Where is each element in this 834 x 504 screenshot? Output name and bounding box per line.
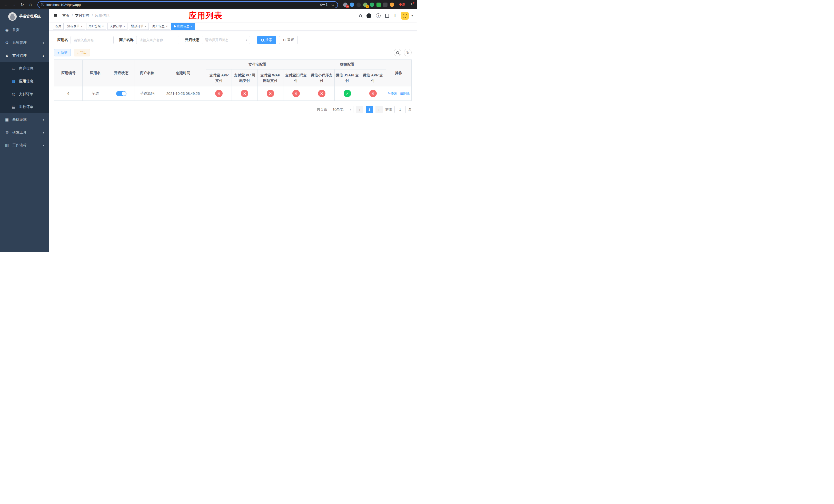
status-toggle[interactable] bbox=[116, 91, 127, 96]
gear-icon: ⚙ bbox=[5, 41, 9, 45]
page-size-select[interactable]: 10条/页 ▾ bbox=[330, 106, 353, 113]
delete-link[interactable]: ⊟删除 bbox=[400, 92, 410, 95]
extension-icon[interactable] bbox=[370, 3, 374, 7]
sidebar-item-dev-tools[interactable]: ⚒ 研发工具 ▾ bbox=[0, 126, 49, 139]
tab-process-form[interactable]: 流程表单 × bbox=[65, 23, 85, 30]
sidebar-item-payment[interactable]: ¥ 支付管理 ▴ bbox=[0, 49, 49, 62]
chevron-down-icon: ▾ bbox=[246, 39, 247, 42]
table-toolbar: + 新增 ↓ 导出 ↻ bbox=[54, 49, 412, 56]
status-label: 开启状态 bbox=[185, 38, 199, 42]
breadcrumb-item-home[interactable]: 首页 bbox=[62, 13, 69, 18]
browser-update-button[interactable]: 更新 bbox=[399, 2, 405, 7]
status-select[interactable]: 请选择开启状态 ▾ bbox=[202, 36, 250, 44]
search-icon[interactable] bbox=[359, 14, 362, 17]
sidebar-item-system[interactable]: ⚙ 系统管理 ▾ bbox=[0, 37, 49, 49]
app-logo-row[interactable]: 芋道管理系统 bbox=[0, 9, 49, 24]
github-icon[interactable] bbox=[367, 13, 371, 18]
tab-home[interactable]: 首页 bbox=[53, 23, 64, 30]
cell-merchant: 芋道源码 bbox=[134, 86, 160, 101]
password-key-icon[interactable] bbox=[320, 4, 322, 6]
font-size-icon[interactable]: T bbox=[394, 13, 396, 18]
breadcrumb-item-payment[interactable]: 支付管理 bbox=[75, 13, 89, 18]
sidebar-item-label: 应用信息 bbox=[19, 79, 33, 84]
profile-avatar-icon[interactable] bbox=[390, 3, 394, 7]
app-name-input[interactable] bbox=[70, 36, 114, 44]
sidebar-item-app-info[interactable]: ▦ 应用信息 bbox=[0, 75, 49, 88]
next-page-button[interactable]: › bbox=[375, 106, 382, 113]
browser-reload-button[interactable]: ↻ bbox=[19, 2, 26, 7]
cell-app-id: 6 bbox=[54, 86, 83, 101]
address-bar[interactable]: ⓘ localhost:1024/pay/app ↥ ☆ bbox=[38, 1, 338, 8]
table-row: 6 芋道 芋道源码 2021-10-23 08:49:25 ✎修改 bbox=[54, 86, 412, 101]
extension-icon[interactable]: 10 bbox=[343, 3, 348, 7]
add-button[interactable]: + 新增 bbox=[54, 49, 71, 56]
tab-pay-order[interactable]: 支付订单 × bbox=[107, 23, 128, 30]
refresh-table-button[interactable]: ↻ bbox=[404, 49, 412, 56]
browser-back-button[interactable]: ← bbox=[3, 2, 9, 7]
col-header-status: 开启状态 bbox=[108, 60, 134, 86]
sidebar-item-label: 工作流程 bbox=[12, 143, 27, 148]
col-header-created: 创建时间 bbox=[160, 60, 206, 86]
tab-app-info[interactable]: 应用信息 × bbox=[171, 23, 195, 30]
avatar-caret-icon[interactable]: ▾ bbox=[411, 14, 413, 18]
status-select-placeholder: 请选择开启状态 bbox=[205, 38, 228, 42]
extension-icon[interactable] bbox=[376, 3, 381, 7]
browser-forward-button[interactable]: → bbox=[11, 2, 18, 7]
site-info-icon[interactable]: ⓘ bbox=[41, 2, 44, 7]
tab-close-icon[interactable]: × bbox=[166, 25, 168, 28]
sidebar-item-infrastructure[interactable]: ▣ 基础设施 ▾ bbox=[0, 113, 49, 126]
sidebar-item-pay-order[interactable]: ◎ 支付订单 bbox=[0, 88, 49, 100]
reset-button[interactable]: ↻ 重置 bbox=[279, 36, 298, 44]
cell-created: 2021-10-23 08:49:25 bbox=[160, 86, 206, 101]
tab-close-icon[interactable]: × bbox=[191, 25, 192, 28]
col-header-wechat-mini: 微信小程序支付 bbox=[309, 69, 334, 86]
page-number-button[interactable]: 1 bbox=[366, 106, 373, 113]
search-icon bbox=[261, 39, 264, 42]
pagination: 共 1 条 10条/页 ▾ ‹ 1 › 前往 页 bbox=[54, 106, 412, 113]
goto-label: 前往 bbox=[385, 107, 392, 112]
tab-user-group[interactable]: 用户分组 × bbox=[86, 23, 106, 30]
sidebar-item-workflow[interactable]: ▥ 工作流程 ▾ bbox=[0, 139, 49, 152]
tab-merchant-info[interactable]: 商户信息 × bbox=[150, 23, 170, 30]
goto-suffix-label: 页 bbox=[408, 107, 412, 112]
group-header-alipay: 支付宝配置 bbox=[206, 60, 309, 69]
help-icon[interactable]: ? bbox=[376, 13, 380, 18]
collapse-sidebar-icon[interactable]: ≡ bbox=[53, 12, 58, 19]
tab-label: 退款订单 bbox=[131, 24, 144, 28]
tab-label: 用户分组 bbox=[88, 24, 101, 28]
sidebar-item-home[interactable]: ◉ 首页 bbox=[0, 24, 49, 37]
extension-icon[interactable] bbox=[350, 3, 354, 7]
merchant-name-input[interactable] bbox=[136, 36, 179, 44]
col-header-app-name: 应用名 bbox=[83, 60, 108, 86]
tab-close-icon[interactable]: × bbox=[145, 25, 147, 28]
sidebar-item-merchant-info[interactable]: ▭ 商户信息 bbox=[0, 62, 49, 75]
search-button[interactable]: 搜索 bbox=[257, 36, 276, 44]
page-header: ≡ 首页 / 支付管理 / 应用信息 应用列表 ? T ▾ bbox=[49, 9, 417, 22]
extension-icon[interactable] bbox=[356, 3, 361, 7]
edit-link[interactable]: ✎修改 bbox=[388, 92, 397, 95]
sidebar-item-refund-order[interactable]: ▤ 退款订单 bbox=[0, 100, 49, 113]
share-icon[interactable]: ↥ bbox=[325, 3, 328, 7]
page-size-value: 10条/页 bbox=[333, 107, 344, 112]
tab-close-icon[interactable]: × bbox=[102, 25, 104, 28]
goto-page-input[interactable] bbox=[394, 106, 406, 113]
app-logo bbox=[8, 12, 17, 21]
user-avatar[interactable] bbox=[401, 12, 409, 20]
tab-refund-order[interactable]: 退款订单 × bbox=[129, 23, 149, 30]
export-button[interactable]: ↓ 导出 bbox=[74, 49, 90, 56]
bookmark-star-icon[interactable]: ☆ bbox=[331, 3, 334, 7]
tab-close-icon[interactable]: × bbox=[81, 25, 83, 28]
app-title: 芋道管理系统 bbox=[19, 14, 41, 19]
toggle-search-button[interactable] bbox=[394, 49, 401, 56]
browser-menu-icon[interactable]: ⋮ bbox=[409, 2, 414, 7]
browser-home-button[interactable]: ⌂ bbox=[27, 2, 34, 7]
extensions-puzzle-icon[interactable] bbox=[383, 3, 388, 7]
fullscreen-icon[interactable] bbox=[385, 14, 389, 18]
cell-app-name: 芋道 bbox=[83, 86, 108, 101]
extension-icon[interactable]: 1 bbox=[363, 3, 368, 7]
merchant-name-label: 商户名称 bbox=[119, 38, 134, 42]
tab-close-icon[interactable]: × bbox=[123, 25, 125, 28]
sidebar-item-label: 系统管理 bbox=[12, 41, 27, 45]
sidebar: 芋道管理系统 ◉ 首页 ⚙ 系统管理 ▾ ¥ 支付管理 ▴ ▭ 商户信息 ▦ 应… bbox=[0, 9, 49, 252]
prev-page-button[interactable]: ‹ bbox=[356, 106, 363, 113]
